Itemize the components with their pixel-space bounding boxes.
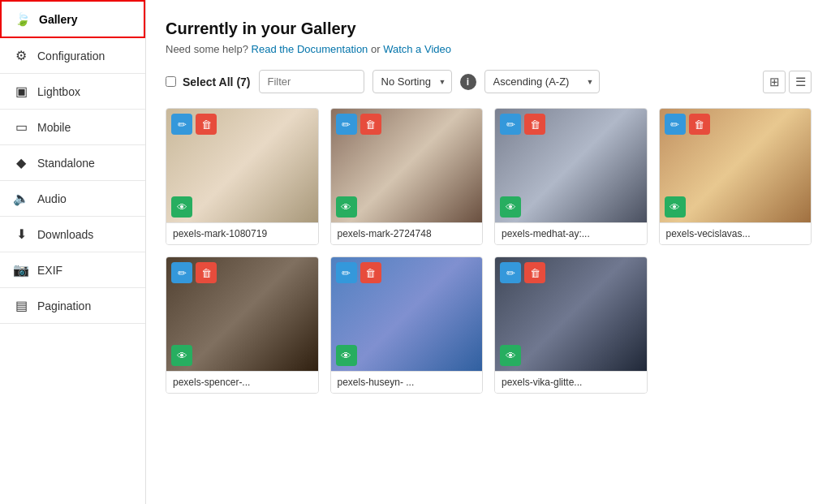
page-title: Currently in your Gallery [166,19,812,38]
sidebar-item-exif[interactable]: 📷 EXIF [0,252,145,288]
gallery-item-image: ✏ 🗑 👁 [331,109,483,222]
sidebar-label-downloads: Downloads [37,228,93,241]
sidebar: 🍃 Gallery ⚙ Configuration ▣ Lightbox ▭ M… [0,0,146,504]
info-button[interactable]: i [460,74,476,90]
gallery-item: ✏ 🗑 👁 pexels-spencer-... [166,256,319,394]
item-actions: ✏ 🗑 [336,114,381,135]
gallery-item: ✏ 🗑 👁 pexels-huseyn- ... [330,256,484,394]
view-buttons: ⊞ ☰ [763,71,812,93]
gallery-item: ✏ 🗑 👁 pexels-mark-2724748 [330,108,484,245]
view-button[interactable]: 👁 [336,196,357,218]
grid-view-button[interactable]: ⊞ [763,71,786,93]
exif-icon: 📷 [13,262,29,278]
select-all-wrap: Select All (7) [166,75,251,88]
filter-input[interactable] [259,70,364,93]
gallery-item-label: pexels-vika-glitte... [495,371,647,393]
sidebar-label-standalone: Standalone [37,157,95,170]
edit-button[interactable]: ✏ [665,114,686,135]
sidebar-item-audio[interactable]: 🔈 Audio [0,181,145,217]
grid-icon: ⊞ [769,75,780,89]
main-content: Currently in your Gallery Need some help… [146,0,831,504]
configuration-icon: ⚙ [13,48,29,63]
mobile-icon: ▭ [13,119,29,135]
gallery-item: ✏ 🗑 👁 pexels-medhat-ay:... [494,108,648,245]
sidebar-label-configuration: Configuration [37,50,105,62]
gallery-item-image: ✏ 🗑 👁 [660,109,812,222]
gallery-item-image: ✏ 🗑 👁 [331,257,483,371]
delete-button[interactable]: 🗑 [689,114,710,135]
delete-button[interactable]: 🗑 [524,262,545,283]
select-all-label[interactable]: Select All (7) [183,75,251,88]
gallery-item-label: pexels-mark-1080719 [166,222,318,244]
gallery-item-label: pexels-vecislavas... [660,222,812,244]
edit-button[interactable]: ✏ [336,262,357,283]
item-actions: ✏ 🗑 [336,262,381,283]
gallery-item-label: pexels-mark-2724748 [331,222,483,244]
sorting-select-wrap: No Sorting Title Date Random [372,70,452,93]
delete-button[interactable]: 🗑 [196,114,217,135]
gallery-item-image: ✏ 🗑 👁 [166,109,318,222]
edit-button[interactable]: ✏ [171,114,192,135]
item-actions: ✏ 🗑 [500,262,545,283]
sidebar-item-lightbox[interactable]: ▣ Lightbox [0,74,145,110]
sidebar-item-standalone[interactable]: ◆ Standalone [0,145,145,181]
sidebar-label-mobile: Mobile [37,121,71,134]
delete-button[interactable]: 🗑 [360,114,381,135]
select-all-checkbox[interactable] [166,76,176,87]
sidebar-item-pagination[interactable]: ▤ Pagination [0,288,145,324]
gallery-item-image: ✏ 🗑 👁 [495,257,647,371]
help-text: Need some help? Read the Documentation o… [166,43,812,55]
order-select[interactable]: Ascending (A-Z) Descending (Z-A) [484,70,600,93]
sidebar-item-mobile[interactable]: ▭ Mobile [0,110,145,145]
view-button[interactable]: 👁 [500,345,521,366]
docs-link[interactable]: Read the Documentation [252,43,368,55]
downloads-icon: ⬇ [13,226,29,242]
sidebar-item-gallery[interactable]: 🍃 Gallery [0,0,145,38]
delete-button[interactable]: 🗑 [360,262,381,283]
gallery-item-image: ✏ 🗑 👁 [166,257,318,371]
edit-button[interactable]: ✏ [500,114,521,135]
list-icon: ☰ [795,75,806,89]
audio-icon: 🔈 [13,191,29,206]
standalone-icon: ◆ [13,155,29,170]
gallery-item: ✏ 🗑 👁 pexels-vika-glitte... [494,256,648,394]
view-button[interactable]: 👁 [171,196,192,218]
sidebar-label-exif: EXIF [37,264,62,277]
view-button[interactable]: 👁 [336,345,357,366]
gallery-icon: 🍃 [15,11,31,27]
edit-button[interactable]: ✏ [336,114,357,135]
item-actions: ✏ 🗑 [665,114,710,135]
toolbar: Select All (7) No Sorting Title Date Ran… [166,70,812,93]
edit-button[interactable]: ✏ [500,262,521,283]
list-view-button[interactable]: ☰ [789,71,812,93]
gallery-item: ✏ 🗑 👁 pexels-mark-1080719 [166,108,319,245]
sorting-select[interactable]: No Sorting Title Date Random [372,70,452,93]
lightbox-icon: ▣ [13,84,29,99]
edit-button[interactable]: ✏ [171,262,192,283]
order-select-wrap: Ascending (A-Z) Descending (Z-A) [484,70,600,93]
sidebar-label-gallery: Gallery [39,13,77,26]
gallery-item-label: pexels-spencer-... [166,371,318,393]
gallery-item-label: pexels-medhat-ay:... [495,222,647,244]
video-link[interactable]: Watch a Video [383,43,451,55]
sidebar-label-lightbox: Lightbox [37,85,80,98]
sidebar-item-downloads[interactable]: ⬇ Downloads [0,217,145,252]
delete-button[interactable]: 🗑 [524,114,545,135]
gallery-grid: ✏ 🗑 👁 pexels-mark-1080719 ✏ 🗑 👁 pexels-m… [166,108,812,394]
view-button[interactable]: 👁 [500,196,521,218]
gallery-item: ✏ 🗑 👁 pexels-vecislavas... [659,108,812,245]
sidebar-label-audio: Audio [37,192,67,205]
item-actions: ✏ 🗑 [171,114,217,135]
gallery-item-image: ✏ 🗑 👁 [495,109,647,222]
item-actions: ✏ 🗑 [500,114,545,135]
item-actions: ✏ 🗑 [171,262,217,283]
view-button[interactable]: 👁 [171,345,192,366]
sidebar-label-pagination: Pagination [37,299,91,312]
gallery-item-label: pexels-huseyn- ... [331,371,483,393]
sidebar-item-configuration[interactable]: ⚙ Configuration [0,38,145,74]
view-button[interactable]: 👁 [665,196,686,218]
pagination-icon: ▤ [13,298,29,313]
delete-button[interactable]: 🗑 [196,262,217,283]
